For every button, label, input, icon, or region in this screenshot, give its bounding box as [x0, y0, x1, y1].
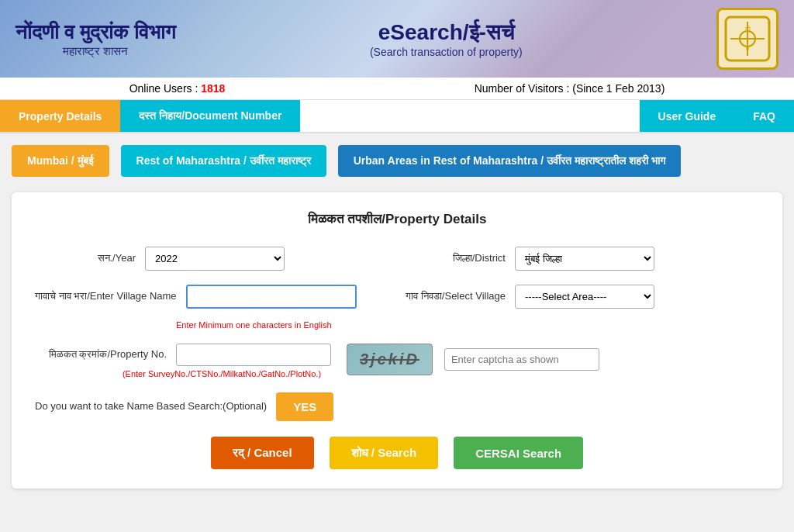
cersai-button[interactable]: CERSAI Search	[454, 437, 583, 469]
group-village-name: गावाचे नाव भरा/Enter Village Name Enter …	[35, 285, 389, 330]
group-year: सन./Year 2022 2021 2020 2019	[35, 247, 389, 271]
tab-user-guide[interactable]: User Guide	[640, 100, 735, 132]
form-title: मिळकत तपशील/Property Details	[35, 212, 759, 227]
dept-info: नोंदणी व मुद्रांक विभाग महाराष्ट्र शासन	[16, 20, 176, 58]
tab-property-details[interactable]: Property Details	[0, 100, 120, 132]
village-select[interactable]: -----Select Area----	[515, 285, 654, 309]
row-name-search: Do you want to take Name Based Search:(O…	[35, 392, 759, 421]
row-property-captcha: मिळकत क्रमांक/Property No. (Enter Survey…	[35, 344, 759, 378]
captcha-group: 3jekiD	[347, 344, 759, 375]
group-property-no: मिळकत क्रमांक/Property No. (Enter Survey…	[35, 344, 331, 378]
group-name-search: Do you want to take Name Based Search:(O…	[35, 392, 759, 421]
captcha-input[interactable]	[444, 348, 599, 371]
cancel-button[interactable]: रद् / Cancel	[211, 437, 314, 469]
district-select[interactable]: मुंबई जिल्हा	[515, 247, 654, 271]
row-village: गावाचे नाव भरा/Enter Village Name Enter …	[35, 285, 759, 330]
search-button[interactable]: शोध / Search	[330, 437, 439, 469]
row-year-district: सन./Year 2022 2021 2020 2019 जिल्हा/Dist…	[35, 247, 759, 271]
online-count: 1818	[201, 82, 225, 95]
district-label: जिल्हा/District	[405, 251, 506, 265]
btn-mumbai[interactable]: Mumbai / मुंबई	[12, 145, 109, 177]
property-no-label: मिळकत क्रमांक/Property No.	[35, 347, 167, 361]
nav-tabs: Property Details दस्त निहाय/Document Num…	[0, 100, 794, 133]
action-row: रद् / Cancel शोध / Search CERSAI Search	[35, 437, 759, 469]
svg-text:नो: नो	[744, 25, 750, 33]
row-village-inner: गावाचे नाव भरा/Enter Village Name Enter …	[35, 285, 759, 330]
btn-urban-rest[interactable]: Urban Areas in Rest of Maharashtra / उर्…	[338, 145, 681, 177]
name-search-label: Do you want to take Name Based Search:(O…	[35, 399, 267, 413]
property-no-hint: (Enter SurveyNo./CTSNo./MilkatNo./GatNo.…	[112, 369, 331, 378]
dept-sub-marathi: महाराष्ट्र शासन	[16, 44, 176, 58]
esearch-title: eSearch/ई-सर्च	[370, 20, 523, 46]
village-name-label: गावाचे नाव भरा/Enter Village Name	[35, 289, 177, 303]
captcha-image: 3jekiD	[347, 344, 433, 375]
form-container: मिळकत तपशील/Property Details सन./Year 20…	[12, 192, 782, 489]
logo-icon: नो म	[724, 16, 771, 62]
online-users-label: Online Users : 1818	[129, 82, 226, 95]
esearch-sub: (Search transaction of property)	[370, 46, 523, 58]
select-village-label: गाव निवडा/Select Village	[405, 289, 506, 303]
region-bar: Mumbai / मुंबई Rest of Maharashtra / उर्…	[0, 133, 794, 181]
group-district: जिल्हा/District मुंबई जिल्हा	[405, 247, 759, 271]
tab-document-number[interactable]: दस्त निहाय/Document Number	[120, 100, 300, 132]
dept-name-marathi: नोंदणी व मुद्रांक विभाग	[16, 20, 176, 44]
logo: नो म	[716, 8, 778, 70]
village-name-input[interactable]	[186, 285, 357, 309]
btn-rest-maharashtra[interactable]: Rest of Maharashtra / उर्वीरत महाराष्ट्र	[121, 145, 326, 177]
year-select[interactable]: 2022 2021 2020 2019	[145, 247, 285, 271]
tab-faq[interactable]: FAQ	[734, 100, 794, 132]
year-label: सन./Year	[35, 251, 136, 265]
header: नोंदणी व मुद्रांक विभाग महाराष्ट्र शासन …	[0, 0, 794, 78]
property-no-input[interactable]	[176, 344, 331, 366]
visitors-label: Number of Visitors : (Since 1 Feb 2013)	[475, 82, 665, 95]
esearch-info: eSearch/ई-सर्च (Search transaction of pr…	[370, 20, 523, 58]
village-name-hint: Enter Minimum one characters in English	[176, 320, 332, 330]
yes-button[interactable]: YES	[276, 392, 333, 421]
group-select-village: गाव निवडा/Select Village -----Select Are…	[405, 285, 759, 309]
users-bar: Online Users : 1818 Number of Visitors :…	[0, 78, 794, 100]
